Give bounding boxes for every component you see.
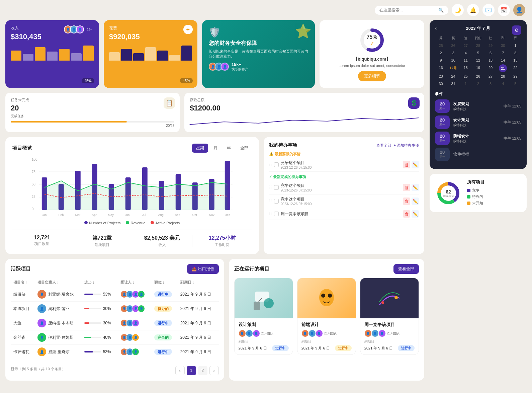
todo-edit-3[interactable]: ✏️ — [412, 198, 419, 205]
cal-day-1[interactable]: 1 — [510, 42, 521, 49]
cal-day-4-next[interactable]: 4 — [497, 80, 509, 87]
cal-day-21-today[interactable]: 21 — [499, 64, 507, 72]
drag-handle-2[interactable]: ⠿ — [269, 185, 272, 190]
next-page-btn[interactable]: › — [209, 366, 219, 375]
view-all-btn[interactable]: 查看全部 — [393, 264, 419, 274]
tab-all[interactable]: 全部 — [236, 144, 252, 153]
todo-date-2: 2023-12-26 07:15:00 — [281, 188, 401, 192]
cal-day-20[interactable]: 20 — [485, 64, 497, 72]
cal-day-30-prev[interactable]: 30 — [497, 42, 509, 49]
export-btn[interactable]: 📤 出口报告 — [187, 264, 219, 274]
pagination[interactable]: ‹ 1 2 › — [175, 366, 219, 375]
cal-day-6[interactable]: 6 — [485, 50, 497, 56]
promo-avatars: 👤 👤 👤 — [209, 63, 229, 71]
cal-day-17[interactable]: 17号 — [447, 64, 459, 72]
cal-day-15[interactable]: 15 — [510, 57, 521, 64]
cal-day-22[interactable]: 22 — [510, 64, 521, 72]
tab-week[interactable]: 星期 — [192, 144, 208, 153]
cal-day-26[interactable]: 26 — [472, 73, 484, 80]
tab-year[interactable]: 年 — [223, 144, 235, 153]
todo-card: 我的待办事项 查看全部 + 添加待办事项 ⚠️ 最新要做的事情 ⠿ 竞争这个项目… — [264, 137, 424, 254]
col-name[interactable]: 项目名 ↑ — [11, 278, 35, 287]
project-card-avatars-3: 👤 👤 👤 21+团队 — [364, 330, 415, 337]
cal-day-31[interactable]: 31 — [447, 80, 459, 87]
cal-day-3[interactable]: 3 — [447, 50, 459, 56]
export-label: 出口报告 — [198, 266, 214, 272]
add-expense-btn[interactable]: + — [183, 25, 193, 34]
search-box[interactable]: 🔍 — [375, 6, 448, 15]
cal-day-2[interactable]: 2 — [435, 50, 447, 56]
cal-day-19[interactable]: 19 — [472, 64, 484, 72]
drag-handle-4[interactable]: ⠿ — [269, 212, 272, 216]
savings-label: 存款总额 — [190, 97, 419, 102]
tab-month[interactable]: 月 — [209, 144, 221, 153]
cal-day-1-next[interactable]: 1 — [460, 80, 471, 87]
cal-day-4[interactable]: 4 — [460, 50, 471, 56]
todo-text-3: 竞争这个项目 — [281, 196, 401, 202]
cal-day-12[interactable]: 12 — [472, 57, 484, 64]
cal-day-27-prev[interactable]: 27 — [460, 42, 471, 49]
cal-prev-btn[interactable]: ‹ — [435, 25, 437, 31]
chart-area: 100 75 50 25 0 — [12, 157, 252, 218]
page-1-btn[interactable]: 1 — [187, 366, 196, 375]
col-due[interactable]: 到期日 ↕ — [178, 278, 219, 287]
security-more-btn[interactable]: 更多细节 — [358, 71, 386, 81]
page-2-btn[interactable]: 2 — [198, 366, 207, 375]
cal-day-9[interactable]: 9 — [435, 57, 447, 64]
checkbox-3[interactable] — [274, 199, 279, 204]
cal-day-29-prev[interactable]: 29 — [485, 42, 497, 49]
cal-day-25-prev[interactable]: 25 — [435, 42, 447, 49]
cal-day-10[interactable]: 10 — [447, 57, 459, 64]
cal-day-13[interactable]: 13 — [485, 57, 497, 64]
todo-delete-2[interactable]: 🗑 — [403, 184, 410, 191]
cal-day-5[interactable]: 5 — [472, 50, 484, 56]
chart-tabs[interactable]: 星期 月 年 全部 — [192, 144, 252, 153]
calendar-icon-btn[interactable]: 📅 — [498, 4, 510, 16]
cal-day-8[interactable]: 8 — [510, 50, 521, 56]
todo-delete-1[interactable]: 🗑 — [403, 161, 410, 168]
donut-info: 所有项目 竞争 待办的 未开始 — [467, 179, 484, 207]
todo-add[interactable]: + 添加待办事项 — [394, 143, 419, 148]
checkbox-2[interactable] — [274, 185, 279, 190]
col-assignee[interactable]: 受让人 ↕ — [118, 278, 152, 287]
cal-day-5-next[interactable]: 5 — [510, 80, 521, 87]
cal-day-7[interactable]: 7 — [497, 50, 509, 56]
cal-day-27[interactable]: 27 — [485, 73, 497, 80]
cal-day-23[interactable]: 23 — [435, 73, 447, 80]
cal-day-11[interactable]: 11 — [460, 57, 471, 64]
cal-day-3-next[interactable]: 3 — [485, 80, 497, 87]
checkbox-1[interactable] — [274, 162, 279, 167]
mail-icon-btn[interactable]: ✉️ — [482, 4, 495, 16]
todo-view-all[interactable]: 查看全部 — [376, 143, 391, 148]
drag-handle-3[interactable]: ⠿ — [269, 199, 272, 204]
cal-day-16[interactable]: 16 — [435, 64, 447, 72]
drag-handle-1[interactable]: ⠿ — [269, 162, 272, 167]
prev-page-btn[interactable]: ‹ — [175, 366, 185, 375]
moon-icon-btn[interactable]: 🌙 — [452, 4, 464, 16]
cal-day-26-prev[interactable]: 26 — [447, 42, 459, 49]
cal-settings-btn[interactable]: ⚙ — [512, 25, 521, 35]
cal-day-14[interactable]: 14 — [497, 57, 509, 64]
checkbox-4[interactable] — [274, 212, 279, 216]
cal-day-18[interactable]: 18 — [460, 64, 471, 72]
cal-day-28-prev[interactable]: 28 — [472, 42, 484, 49]
cal-day-30[interactable]: 30 — [435, 80, 447, 87]
search-input[interactable] — [379, 8, 436, 12]
todo-actions[interactable]: 查看全部 + 添加待办事项 — [376, 143, 419, 148]
col-progress[interactable]: 进步 ↕ — [82, 278, 118, 287]
cal-day-24[interactable]: 24 — [447, 73, 459, 80]
cal-day-2-next[interactable]: 2 — [472, 80, 484, 87]
col-position[interactable]: 职位 ↕ — [152, 278, 178, 287]
todo-edit-1[interactable]: ✏️ — [412, 161, 419, 168]
event-date-badge-1: 20 周一 — [435, 99, 450, 113]
todo-edit-4[interactable]: ✏️ — [412, 210, 419, 218]
cal-day-28[interactable]: 28 — [497, 73, 509, 80]
col-owner[interactable]: 项目负责人 ↕ — [35, 278, 81, 287]
user-avatar[interactable]: 👤 — [513, 4, 525, 16]
bell-icon-btn[interactable]: 🔔 — [467, 4, 479, 16]
todo-edit-2[interactable]: ✏️ — [412, 184, 419, 191]
todo-delete-3[interactable]: 🗑 — [403, 198, 410, 205]
todo-delete-4[interactable]: 🗑 — [403, 210, 410, 218]
cal-day-29[interactable]: 29 — [510, 73, 521, 80]
cal-day-25[interactable]: 25 — [460, 73, 471, 80]
